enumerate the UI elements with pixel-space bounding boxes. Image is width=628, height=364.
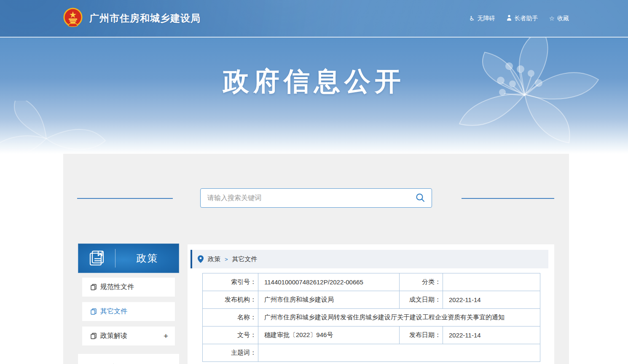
- document-icon: [91, 284, 97, 290]
- document-detail-table: 索引号： 11440100007482612P/2022-00665 分类： 发…: [202, 273, 540, 362]
- publish-date-label: 发布日期：: [400, 327, 443, 344]
- table-row: 索引号： 11440100007482612P/2022-00665 分类：: [203, 273, 540, 291]
- banner: 政府信息公开: [0, 37, 628, 154]
- sidebar: 政策 规范性文件 其它文件: [78, 244, 179, 364]
- header-links: ♿ 无障碍 长者助手 ☆ 收藏: [469, 15, 628, 22]
- breadcrumb-separator: >: [225, 256, 228, 262]
- sidebar-item-policy-interpretation[interactable]: 政策解读 +: [82, 327, 175, 345]
- expand-plus-icon[interactable]: +: [164, 332, 175, 341]
- agency-value: 广州市住房和城乡建设局: [258, 291, 400, 309]
- sidebar-section-policy[interactable]: 政策: [78, 244, 179, 273]
- search-button[interactable]: [416, 193, 425, 203]
- table-row: 主题词：: [203, 344, 540, 362]
- decorative-line-left: [77, 198, 173, 199]
- publish-date-value: 2022-11-14: [443, 327, 540, 344]
- site-brand[interactable]: 广州市住房和城乡建设局: [0, 7, 201, 30]
- sidebar-items: 规范性文件 其它文件 政策解读: [78, 273, 179, 345]
- table-row: 名称： 广州市住房和城乡建设局转发省住房城乡建设厅关于建设工程企业资质有关事宜的…: [203, 309, 540, 327]
- star-icon: ☆: [549, 15, 555, 21]
- search-icon: [416, 193, 425, 203]
- elder-assistant-link[interactable]: 长者助手: [506, 15, 538, 22]
- person-icon: [506, 15, 512, 22]
- document-icon: [91, 308, 97, 315]
- favorite-link[interactable]: ☆ 收藏: [549, 15, 569, 22]
- category-label: 分类：: [400, 273, 443, 291]
- document-icon: [91, 333, 97, 339]
- flower-decoration-left: [0, 101, 118, 154]
- written-date-value: 2022-11-14: [443, 291, 540, 309]
- name-value: 广州市住房和城乡建设局转发省住房城乡建设厅关于建设工程企业资质有关事宜的通知: [258, 309, 540, 327]
- table-row: 发布机构： 广州市住房和城乡建设局 成文日期： 2022-11-14: [203, 291, 540, 309]
- breadcrumb: 政策 > 其它文件: [191, 250, 548, 268]
- breadcrumb-root[interactable]: 政策: [208, 255, 220, 263]
- doc-number-value: 穗建审批〔2022〕946号: [258, 327, 400, 344]
- name-label: 名称：: [203, 309, 258, 327]
- decorative-line-right: [462, 198, 554, 199]
- wheelchair-icon: ♿: [469, 15, 475, 21]
- sidebar-section-government-info[interactable]: 政府信息公开: [78, 354, 179, 364]
- written-date-label: 成文日期：: [400, 291, 443, 309]
- category-value: [443, 273, 540, 291]
- accessibility-link[interactable]: ♿ 无障碍: [469, 15, 495, 22]
- search-box: [200, 188, 432, 208]
- agency-label: 发布机构：: [203, 291, 258, 309]
- location-pin-icon: [198, 255, 204, 263]
- table-row: 文号： 穗建审批〔2022〕946号 发布日期： 2022-11-14: [203, 327, 540, 344]
- site-title: 广州市住房和城乡建设局: [89, 12, 201, 25]
- page: 广州市住房和城乡建设局 ♿ 无障碍 长者助手 ☆ 收藏: [0, 0, 628, 364]
- keywords-value: [258, 344, 540, 362]
- sidebar-item-normative-documents[interactable]: 规范性文件: [82, 278, 175, 297]
- doc-number-label: 文号：: [203, 327, 258, 344]
- page-title: 政府信息公开: [0, 64, 628, 99]
- book-icon: [78, 249, 115, 267]
- top-header: 广州市住房和城乡建设局 ♿ 无障碍 长者助手 ☆ 收藏: [0, 0, 628, 37]
- index-value: 11440100007482612P/2022-00665: [258, 273, 400, 291]
- sidebar-policy-title: 政策: [115, 252, 179, 265]
- search-input[interactable]: [207, 194, 416, 202]
- national-emblem-icon: [62, 7, 83, 30]
- sidebar-item-other-documents[interactable]: 其它文件: [82, 302, 175, 321]
- breadcrumb-current[interactable]: 其它文件: [232, 255, 258, 263]
- main-panel: 政策 > 其它文件 索引号： 11440100007482612P/2022-0…: [188, 244, 554, 364]
- keywords-label: 主题词：: [203, 344, 258, 362]
- content-container: 政策 规范性文件 其它文件: [63, 154, 569, 364]
- index-label: 索引号：: [203, 273, 258, 291]
